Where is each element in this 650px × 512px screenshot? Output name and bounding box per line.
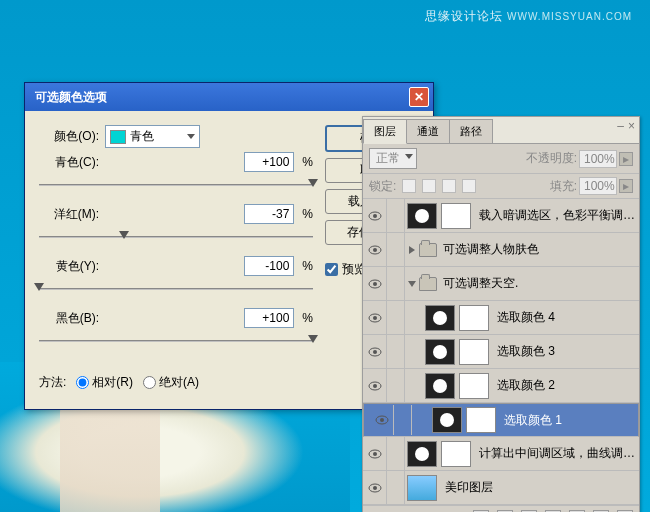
tab-channels[interactable]: 通道 (406, 119, 450, 143)
layers-list: 载入暗调选区，色彩平衡调整... 可选调整人物肤色 可选调整天空. 选取颜色 4… (363, 199, 639, 505)
visibility-icon[interactable] (363, 233, 387, 266)
adjustment-thumb[interactable] (425, 373, 455, 399)
visibility-icon[interactable] (363, 267, 387, 300)
visibility-icon[interactable] (363, 471, 387, 504)
lock-position-icon[interactable] (442, 179, 456, 193)
lock-all-icon[interactable] (462, 179, 476, 193)
layers-panel: 图层 通道 路径 –× 正常 不透明度: 100% ▸ 锁定: 填充: 100%… (362, 116, 640, 512)
folder-icon (419, 277, 437, 291)
layer-name[interactable]: 载入暗调选区，色彩平衡调整... (473, 207, 639, 224)
slider-label: 黄色(Y): (39, 258, 99, 275)
minimize-icon[interactable]: – (617, 119, 624, 133)
adjustment-thumb[interactable] (432, 407, 462, 433)
slider-track[interactable] (39, 228, 313, 246)
fill-label: 填充: (550, 178, 577, 195)
svg-point-5 (373, 282, 377, 286)
slider-track[interactable] (39, 332, 313, 350)
layer-row[interactable]: 计算出中间调区域，曲线调整... (363, 437, 639, 471)
svg-point-9 (373, 350, 377, 354)
mask-thumb[interactable] (459, 305, 489, 331)
mask-thumb[interactable] (459, 373, 489, 399)
disclosure-icon[interactable] (405, 281, 419, 287)
slider-value-input[interactable]: +100 (244, 152, 294, 172)
fill-value[interactable]: 100% (579, 177, 617, 195)
tab-paths[interactable]: 路径 (449, 119, 493, 143)
color-swatch (110, 130, 126, 144)
adjustment-thumb[interactable] (407, 441, 437, 467)
method-relative[interactable]: 相对(R) (76, 374, 133, 391)
visibility-icon[interactable] (363, 199, 387, 232)
close-panel-icon[interactable]: × (628, 119, 635, 133)
adjustment-thumb[interactable] (425, 305, 455, 331)
dialog-titlebar[interactable]: 可选颜色选项 ✕ (25, 83, 433, 111)
panel-footer (363, 505, 639, 512)
visibility-icon[interactable] (363, 335, 387, 368)
svg-point-1 (373, 214, 377, 218)
svg-point-15 (373, 452, 377, 456)
opacity-label: 不透明度: (526, 150, 577, 167)
svg-point-11 (373, 384, 377, 388)
layer-row[interactable]: 可选调整人物肤色 (363, 233, 639, 267)
layer-row[interactable]: 选取颜色 3 (363, 335, 639, 369)
mask-thumb[interactable] (466, 407, 496, 433)
layer-name[interactable]: 可选调整人物肤色 (437, 241, 639, 258)
svg-point-17 (373, 486, 377, 490)
color-label: 颜色(O): (39, 128, 99, 145)
watermark: 思缘设计论坛WWW.MISSYUAN.COM (425, 8, 632, 25)
svg-point-13 (380, 418, 384, 422)
lock-transparency-icon[interactable] (402, 179, 416, 193)
slider-thumb[interactable] (34, 283, 44, 291)
slider-thumb[interactable] (308, 335, 318, 343)
slider-value-input[interactable]: -100 (244, 256, 294, 276)
visibility-icon[interactable] (363, 369, 387, 402)
opacity-flyout-icon[interactable]: ▸ (619, 152, 633, 166)
layer-row[interactable]: 选取颜色 2 (363, 369, 639, 403)
slider-track[interactable] (39, 176, 313, 194)
slider-label: 青色(C): (39, 154, 99, 171)
layer-name[interactable]: 可选调整天空. (437, 275, 639, 292)
layer-row[interactable]: 可选调整天空. (363, 267, 639, 301)
disclosure-icon[interactable] (405, 246, 419, 254)
layer-row[interactable]: 载入暗调选区，色彩平衡调整... (363, 199, 639, 233)
chevron-down-icon (187, 134, 195, 139)
visibility-icon[interactable] (363, 301, 387, 334)
opacity-value[interactable]: 100% (579, 150, 617, 168)
slider-thumb[interactable] (119, 231, 129, 239)
color-dropdown[interactable]: 青色 (105, 125, 200, 148)
fill-flyout-icon[interactable]: ▸ (619, 179, 633, 193)
visibility-icon[interactable] (363, 437, 387, 470)
method-absolute[interactable]: 绝对(A) (143, 374, 199, 391)
folder-icon (419, 243, 437, 257)
panel-tabs: 图层 通道 路径 –× (363, 117, 639, 144)
lock-label: 锁定: (369, 178, 396, 195)
layer-name[interactable]: 选取颜色 3 (491, 343, 639, 360)
slider-label: 黑色(B): (39, 310, 99, 327)
slider-value-input[interactable]: -37 (244, 204, 294, 224)
visibility-icon[interactable] (370, 405, 394, 435)
slider-label: 洋红(M): (39, 206, 99, 223)
layer-row[interactable]: 选取颜色 1 (363, 403, 639, 437)
layer-name[interactable]: 选取颜色 4 (491, 309, 639, 326)
layer-name[interactable]: 选取颜色 1 (498, 412, 622, 429)
slider-value-input[interactable]: +100 (244, 308, 294, 328)
layer-name[interactable]: 计算出中间调区域，曲线调整... (473, 445, 639, 462)
mask-thumb[interactable] (441, 441, 471, 467)
close-icon[interactable]: ✕ (409, 87, 429, 107)
slider-track[interactable] (39, 280, 313, 298)
tab-layers[interactable]: 图层 (363, 119, 407, 144)
layer-name[interactable]: 美印图层 (439, 479, 639, 496)
slider-thumb[interactable] (308, 179, 318, 187)
adjustment-thumb[interactable] (407, 203, 437, 229)
blend-mode-dropdown[interactable]: 正常 (369, 148, 417, 169)
layer-name[interactable]: 选取颜色 2 (491, 377, 639, 394)
svg-point-3 (373, 248, 377, 252)
adjustment-thumb[interactable] (425, 339, 455, 365)
mask-thumb[interactable] (459, 339, 489, 365)
mask-thumb[interactable] (441, 203, 471, 229)
layer-row[interactable]: 美印图层 (363, 471, 639, 505)
layer-thumb[interactable] (407, 475, 437, 501)
layer-row[interactable]: 选取颜色 4 (363, 301, 639, 335)
method-label: 方法: (39, 374, 66, 391)
svg-point-7 (373, 316, 377, 320)
lock-pixels-icon[interactable] (422, 179, 436, 193)
